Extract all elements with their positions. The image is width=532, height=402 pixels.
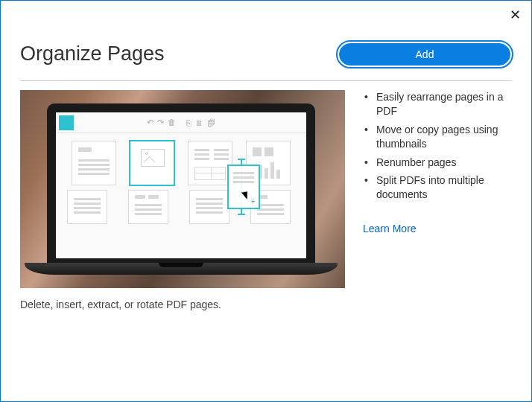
laptop-graphic: ↶ ↷ 🗑 ⎘ 🗎 🗐: [47, 103, 315, 288]
header: Organize Pages Add: [1, 1, 531, 80]
page-thumb-selected: [129, 140, 175, 186]
caption: Delete, insert, extract, or rotate PDF p…: [1, 288, 531, 310]
toolbar-icons: ↶ ↷ 🗑 ⎘ 🗎 🗐: [56, 112, 306, 133]
feature-list-panel: Easily rearrange pages in a PDF Move or …: [363, 90, 512, 288]
illustration: ↶ ↷ 🗑 ⎘ 🗎 🗐: [20, 90, 345, 288]
page-thumb: [189, 190, 229, 224]
add-button[interactable]: Add: [339, 43, 510, 66]
page-title: Organize Pages: [20, 42, 165, 66]
page-thumb: [72, 141, 116, 185]
rotate-left-icon: ↶: [147, 118, 153, 127]
feature-item: Move or copy pages using thumbnails: [363, 123, 512, 151]
feature-item: Renumber pages: [363, 156, 512, 170]
insert-icon: 🗎: [195, 118, 203, 127]
replace-icon: 🗐: [207, 118, 215, 127]
page-thumb: [128, 190, 168, 224]
feature-item: Split PDFs into multiple documents: [363, 173, 512, 202]
page-thumb: [188, 141, 232, 185]
thumbnail-grid: +: [56, 133, 306, 258]
delete-icon: 🗑: [168, 118, 176, 127]
extract-icon: ⎘: [186, 118, 191, 127]
close-button[interactable]: ✕: [510, 8, 521, 22]
feature-item: Easily rearrange pages in a PDF: [363, 90, 512, 118]
learn-more-link[interactable]: Learn More: [363, 223, 417, 234]
rotate-right-icon: ↷: [157, 118, 164, 127]
page-thumb: [67, 190, 107, 224]
content: ↶ ↷ 🗑 ⎘ 🗎 🗐: [1, 81, 531, 288]
feature-list: Easily rearrange pages in a PDF Move or …: [363, 90, 512, 202]
cursor-plus-icon: +: [251, 199, 257, 205]
close-icon: ✕: [510, 7, 521, 22]
